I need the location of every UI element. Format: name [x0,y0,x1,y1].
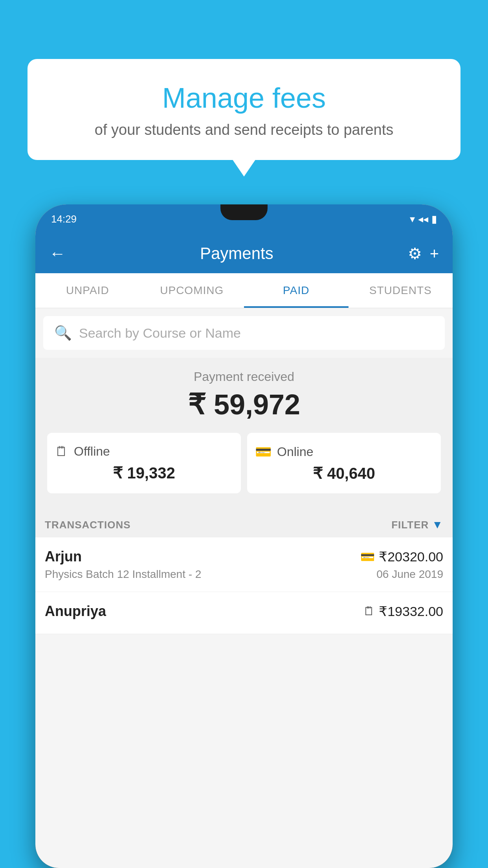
offline-icon: 🗒 [55,444,68,459]
search-bar[interactable]: 🔍 Search by Course or Name [43,316,445,350]
transaction-row-2: Physics Batch 12 Installment - 2 06 June… [45,568,443,581]
transaction-item[interactable]: Arjun 💳 ₹20320.00 Physics Batch 12 Insta… [35,537,453,592]
online-card: 💳 Online ₹ 40,640 [247,433,441,493]
offline-amount: ₹ 19,332 [55,464,233,482]
offline-card-header: 🗒 Offline [55,444,233,459]
tabs-container: UNPAID UPCOMING PAID STUDENTS [35,273,453,308]
transaction-amount: ₹20320.00 [379,549,443,565]
student-name: Anupriya [45,603,106,620]
online-card-header: 💳 Online [255,444,433,460]
online-label: Online [277,445,314,459]
transaction-amount-wrap: 🗒 ₹19332.00 [363,603,443,619]
settings-icon[interactable]: ⚙ [408,245,422,263]
filter-label: FILTER [391,519,429,531]
header-icons: ⚙ + [408,245,439,263]
tab-paid[interactable]: PAID [244,273,349,308]
search-placeholder: Search by Course or Name [79,326,241,341]
offline-label: Offline [74,444,110,459]
page-title: Payments [73,244,400,263]
phone-frame: 14:29 ▾ ◂◂ ▮ ← Payments ⚙ + UNPAID UPCOM… [35,204,453,868]
screen-content: 🔍 Search by Course or Name Payment recei… [35,308,453,634]
transaction-row-1: Arjun 💳 ₹20320.00 [45,548,443,565]
offline-card: 🗒 Offline ₹ 19,332 [47,433,241,493]
transaction-date: 06 June 2019 [376,568,443,581]
bubble-subtitle: of your students and send receipts to pa… [47,121,441,138]
wifi-icon: ▾ [410,213,415,225]
back-button[interactable]: ← [49,244,66,263]
payment-received-section: Payment received ₹ 59,972 🗒 Offline ₹ 19… [35,358,453,509]
transaction-amount: ₹19332.00 [379,603,443,619]
tab-students[interactable]: STUDENTS [349,273,453,308]
bubble-title: Manage fees [47,83,441,114]
status-icons: ▾ ◂◂ ▮ [410,213,437,225]
transaction-type-icon: 🗒 [363,605,375,618]
course-info: Physics Batch 12 Installment - 2 [45,568,201,581]
transactions-label: TRANSACTIONS [45,519,131,531]
tab-upcoming[interactable]: UPCOMING [140,273,244,308]
signal-icon: ◂◂ [418,213,428,225]
transaction-amount-wrap: 💳 ₹20320.00 [360,549,443,565]
search-icon: 🔍 [54,325,72,341]
tab-unpaid[interactable]: UNPAID [35,273,140,308]
transaction-type-icon: 💳 [360,550,375,564]
online-amount: ₹ 40,640 [255,464,433,482]
filter-button[interactable]: FILTER ▼ [391,519,443,531]
status-bar: 14:29 ▾ ◂◂ ▮ [35,204,453,234]
speech-bubble-container: Manage fees of your students and send re… [28,59,460,160]
transactions-header: TRANSACTIONS FILTER ▼ [35,509,453,537]
status-time: 14:29 [51,213,77,225]
student-name: Arjun [45,548,82,565]
payment-received-amount: ₹ 59,972 [43,388,445,421]
add-icon[interactable]: + [430,245,439,263]
transaction-row-1: Anupriya 🗒 ₹19332.00 [45,603,443,620]
payment-cards: 🗒 Offline ₹ 19,332 💳 Online ₹ 40,640 [43,429,445,501]
battery-icon: ▮ [431,213,437,225]
filter-icon: ▼ [432,519,443,531]
transaction-item[interactable]: Anupriya 🗒 ₹19332.00 [35,592,453,634]
speech-bubble: Manage fees of your students and send re… [28,59,460,160]
online-icon: 💳 [255,444,272,460]
app-header: ← Payments ⚙ + [35,234,453,273]
payment-received-label: Payment received [43,370,445,384]
phone-notch [220,204,268,220]
